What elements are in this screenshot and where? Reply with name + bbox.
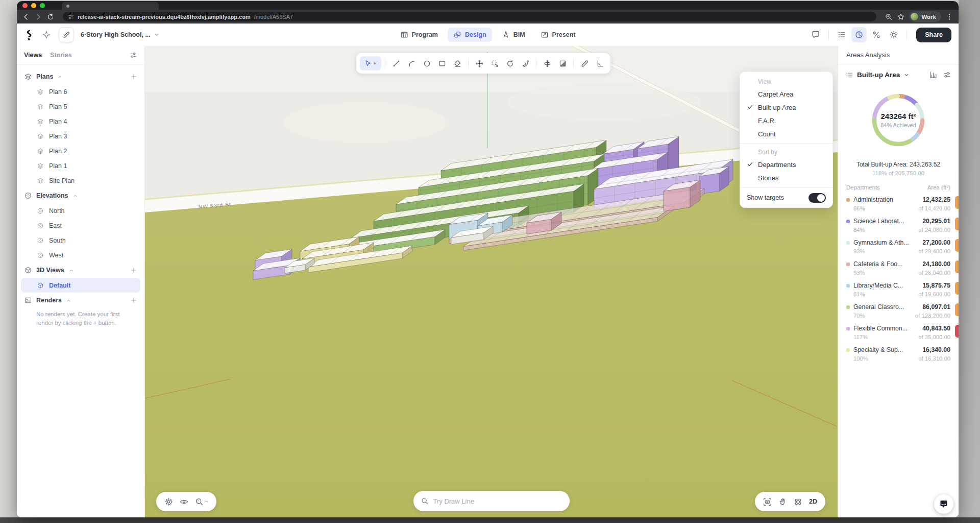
sidebar-filter-button[interactable] [129,51,137,59]
browser-menu-icon[interactable] [945,13,953,21]
sidebar-item-plan-1[interactable]: Plan 1 [21,158,140,173]
browser-profile-chip[interactable]: Work [909,11,941,22]
arc-tool[interactable] [404,56,419,70]
menu-option-carpet-area[interactable]: Carpet Area [740,87,832,101]
sidebar-item-plan-5[interactable]: Plan 5 [21,99,140,114]
rectangle-tool[interactable] [435,56,449,70]
model-viewport[interactable]: NW 53rd St NW 53rd St ViewCarpet AreaBui… [145,46,838,517]
donut-achieved-label: 84% Achieved [880,122,916,128]
panel-title: Areas Analysis [838,46,959,64]
3d-scene[interactable]: NW 53rd St NW 53rd St [145,46,838,517]
offset-tool[interactable] [518,56,532,70]
section-header-3d-views[interactable]: 3D Views [21,263,140,278]
section-tool[interactable] [555,56,570,70]
sidebar-item-plan-2[interactable]: Plan 2 [21,144,140,158]
menu-option-stories[interactable]: Stories [740,171,832,184]
chevron-down-icon[interactable] [903,72,910,78]
department-name: Library/Media C... [853,282,903,289]
visibility-button[interactable] [176,494,191,509]
sidebar-item-site-plan[interactable]: Site Plan [21,173,140,188]
section-header-renders[interactable]: Renders [21,293,140,308]
list-view-button[interactable] [834,27,849,42]
tab-program[interactable]: Program [395,28,444,42]
section-header-plans[interactable]: Plans [21,69,140,84]
department-row-specialty-sup[interactable]: Specialty & Sup... 16,340.00 100% of 16,… [846,346,950,362]
circle-tool[interactable] [420,56,434,70]
elevation-icon [37,222,44,229]
orbit-button[interactable] [790,494,805,509]
zoom-page-icon[interactable] [885,13,893,21]
add-renders-button[interactable] [130,297,137,304]
minimize-window-button[interactable] [31,3,36,8]
sidebar-item-west[interactable]: West [21,248,140,263]
department-row-flexible-common[interactable]: Flexible Common... 40,843.50 117% of 35,… [846,325,950,340]
menu-option-f-a-r[interactable]: F.A.R. [740,114,832,127]
shortcuts-button[interactable] [869,27,884,42]
add-plans-button[interactable] [130,73,137,80]
department-row-library-media-c[interactable]: Library/Media C... 15,875.75 81% of 19,6… [846,282,950,297]
areas-analysis-button[interactable] [851,27,867,42]
ai-sparkle-button[interactable] [39,27,54,42]
sidebar-item-plan-4[interactable]: Plan 4 [21,114,140,129]
sidebar-item-east[interactable]: East [21,218,140,233]
menu-option-departments[interactable]: Departments [740,158,832,171]
sidebar-item-south[interactable]: South [21,233,140,248]
toggle-2d-button[interactable]: 2D [805,494,821,509]
rotate-tool[interactable] [503,56,517,70]
viewport-settings-button[interactable] [161,494,176,509]
department-row-science-laborat[interactable]: Science Laborat... 20,295.01 84% of 24,0… [846,218,950,233]
forward-icon[interactable] [34,13,42,21]
bar-chart-icon[interactable] [929,70,938,79]
close-window-button[interactable] [22,3,28,8]
flip-tool[interactable] [540,56,554,70]
project-name-selector[interactable]: 6-Story High School, ... [81,31,160,38]
layers-icon [37,177,44,184]
select-tool[interactable] [360,56,381,70]
maximize-window-button[interactable] [40,3,45,8]
department-row-gymnasium-ath[interactable]: Gymnasium & Ath... 27,200.00 93% of 29,4… [846,239,950,254]
command-search-bar[interactable] [413,491,570,511]
zoom-options-button[interactable] [191,494,212,509]
department-row-cafeteria-foo[interactable]: Cafeteria & Foo... 24,180.00 93% of 26,0… [846,260,950,276]
pan-button[interactable] [775,494,790,509]
url-bar[interactable]: release-ai-stack-stream-previous.dqu4bz8… [63,12,876,21]
sidebar-item-plan-3[interactable]: Plan 3 [21,129,140,144]
help-chat-button[interactable] [934,494,953,514]
sidebar-item-default[interactable]: Default [21,278,140,293]
browser-tab[interactable] [62,2,159,10]
metric-selector[interactable]: Built-up Area [857,71,900,79]
angle-tool[interactable] [593,56,607,70]
bookmark-star-icon[interactable] [897,13,905,21]
show-targets-toggle[interactable] [808,193,826,203]
menu-option-count[interactable]: Count [740,127,832,140]
tab-bim[interactable]: BIM [496,28,531,42]
eraser-tool[interactable] [450,56,464,70]
department-row-administration[interactable]: Administration 12,432.25 86% of 14,420.0… [846,196,950,211]
capture-view-button[interactable] [760,494,775,509]
search-input[interactable] [433,497,562,505]
share-button[interactable]: Share [916,28,951,42]
edit-pencil-button[interactable] [59,27,74,42]
sidebar-item-north[interactable]: North [21,203,140,218]
copy-tool[interactable] [487,56,502,70]
sidebar-item-plan-6[interactable]: Plan 6 [21,84,140,99]
section-header-elevations[interactable]: Elevations [21,188,140,203]
reload-icon[interactable] [46,13,55,21]
line-tool[interactable] [389,56,403,70]
menu-option-built-up-area[interactable]: Built-up Area [740,101,832,114]
department-row-general-classro[interactable]: General Classro... 86,097.01 70% of 123,… [846,303,950,319]
app-logo[interactable] [24,29,34,40]
tab-present[interactable]: Present [535,28,581,42]
pencil-icon [62,31,70,39]
pencil-tool[interactable] [577,56,592,70]
sidebar-tab-stories[interactable]: Stories [50,52,71,59]
comments-button[interactable] [808,27,823,42]
add-3d-views-button[interactable] [130,267,137,274]
sidebar-tab-views[interactable]: Views [24,52,42,59]
back-icon[interactable] [22,13,30,21]
site-settings-icon[interactable] [68,14,74,20]
theme-brightness-button[interactable] [886,27,901,42]
move-tool[interactable] [472,56,486,70]
panel-settings-icon[interactable] [943,70,951,79]
tab-design[interactable]: Design [448,28,492,42]
